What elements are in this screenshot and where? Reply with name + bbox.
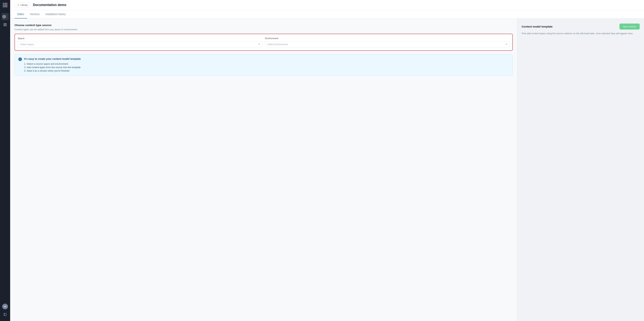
cube-icon xyxy=(2,15,6,18)
info-content: It's easy to create your content model t… xyxy=(24,57,509,72)
environment-label: Environment xyxy=(265,37,510,40)
svg-rect-3 xyxy=(4,25,5,26)
tabs-bar: Editor Versions Installation history xyxy=(10,10,644,18)
info-icon: i xyxy=(18,57,22,61)
environment-selector-group: Environment Select Environment xyxy=(265,37,510,47)
right-panel-header: Content model template Save version xyxy=(522,23,640,29)
page-title: Documentation demo xyxy=(33,3,66,7)
grid-icon xyxy=(3,23,7,26)
right-panel-title: Content model template xyxy=(522,25,552,28)
space-selector-group: Space Select Space xyxy=(18,37,262,47)
info-step-2: Add content types from the source into t… xyxy=(24,66,509,69)
svg-rect-1 xyxy=(4,23,5,24)
section-subtitle: Content types can be added from any spac… xyxy=(14,28,513,31)
space-label: Space xyxy=(18,37,262,40)
main-content: Library Documentation demo Editor Versio… xyxy=(10,0,644,321)
info-step-1: Select a source space and environment xyxy=(24,62,509,66)
tab-versions[interactable]: Versions xyxy=(27,10,42,18)
save-version-button[interactable]: Save version xyxy=(620,23,640,29)
svg-rect-5 xyxy=(4,313,6,316)
info-step-3: Save it as a version when you're finishe… xyxy=(24,69,509,72)
info-box: i It's easy to create your content model… xyxy=(14,54,513,75)
right-panel-description: First add content types using the source… xyxy=(522,32,640,35)
space-select[interactable]: Select Space xyxy=(18,41,262,47)
chevron-left-icon xyxy=(17,4,20,6)
svg-rect-2 xyxy=(6,23,6,24)
selector-row: Space Select Space xyxy=(18,37,510,47)
sidebar-nav: ⋮ xyxy=(2,13,9,304)
sidebar-bottom: AS xyxy=(2,304,8,319)
avatar[interactable]: AS xyxy=(2,304,8,310)
sidebar-item-grid[interactable] xyxy=(2,21,9,28)
logo-dots xyxy=(3,3,7,7)
tab-installation-history[interactable]: Installation history xyxy=(42,10,68,18)
app-logo[interactable] xyxy=(2,2,8,8)
left-panel: Choose content type source: Content type… xyxy=(10,18,517,321)
expand-sidebar-button[interactable] xyxy=(2,312,8,317)
space-dropdown-wrapper: Select Space xyxy=(18,41,262,47)
environment-dropdown-wrapper: Select Environment xyxy=(265,41,510,47)
svg-rect-4 xyxy=(6,25,6,26)
environment-select[interactable]: Select Environment xyxy=(265,41,510,47)
source-selector-box: Space Select Space xyxy=(14,34,513,51)
content-area: Choose content type source: Content type… xyxy=(10,18,644,321)
sidebar: ⋮ AS xyxy=(0,0,10,321)
info-title: It's easy to create your content model t… xyxy=(24,57,509,60)
expand-icon xyxy=(4,313,7,316)
back-to-library-button[interactable]: Library xyxy=(14,2,30,7)
sidebar-item-cube[interactable]: ⋮ xyxy=(2,13,9,20)
back-label: Library xyxy=(20,4,28,6)
right-panel: Content model template Save version Firs… xyxy=(517,18,644,321)
tab-editor[interactable]: Editor xyxy=(14,10,27,18)
header: Library Documentation demo xyxy=(10,0,644,10)
info-steps-list: Select a source space and environment Ad… xyxy=(24,62,509,72)
section-title: Choose content type source: xyxy=(14,23,513,27)
